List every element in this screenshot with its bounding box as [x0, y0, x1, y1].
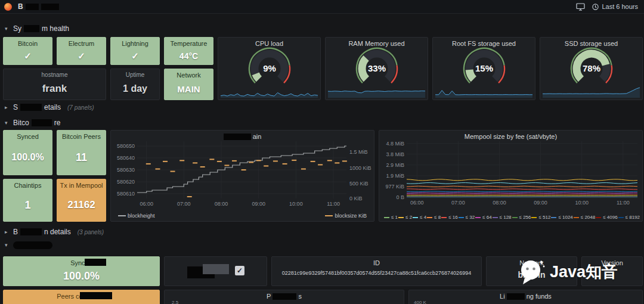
- stat-value: 100.0%: [63, 266, 100, 286]
- legend-item[interactable]: ≤ 1: [384, 215, 398, 221]
- row-lightning[interactable]: ▾: [5, 240, 52, 250]
- panel-lightning-status[interactable]: Lightning ✓: [110, 37, 160, 65]
- dashboard-title[interactable]: B: [18, 2, 59, 11]
- panel-temperature[interactable]: Temperature 44°C: [164, 37, 213, 65]
- panel-uptime[interactable]: Uptime 1 day: [110, 69, 160, 100]
- redaction-box: [203, 264, 229, 274]
- panel-peers-connected[interactable]: Peers connected: [3, 290, 160, 304]
- panel-ram-used[interactable]: RAM Memory used 33%: [325, 37, 428, 100]
- row-details-3[interactable]: ▸ B n details (3 panels): [5, 227, 104, 237]
- row-title: S: [13, 103, 18, 111]
- panel-chaintips[interactable]: Chaintips 1: [3, 179, 52, 222]
- panel-bitcoin-status[interactable]: Bitcoin ✓: [3, 37, 52, 65]
- panel-title[interactable]: SSD storage used: [540, 40, 642, 47]
- row-title: m health: [42, 24, 69, 33]
- legend-item[interactable]: ≤ 128: [493, 215, 512, 221]
- panel-title[interactable]: P s: [165, 293, 404, 300]
- row-details-7[interactable]: ▸ S etails (7 panels): [5, 103, 94, 112]
- panel-title[interactable]: CPU load: [218, 40, 320, 47]
- chart-legend: ≤ 1≤ 2≤ 4≤ 8≤ 16≤ 32≤ 64≤ 128≤ 256≤ 512≤…: [384, 215, 640, 221]
- redaction-box: [41, 4, 59, 10]
- redaction-box: [85, 259, 106, 266]
- legend-item[interactable]: ≤ 2: [398, 215, 412, 221]
- legend-item[interactable]: ≤ 8: [427, 215, 441, 221]
- cpu-gauge: 9%: [218, 45, 320, 88]
- legend-item[interactable]: ≤ 256: [512, 215, 531, 221]
- legend-item[interactable]: ≤ 2048: [574, 215, 595, 221]
- panel-ssd-used[interactable]: SSD storage used 78%: [540, 37, 643, 100]
- svg-text:15%: 15%: [475, 63, 493, 73]
- panel-network[interactable]: Network MAIN: [164, 69, 213, 100]
- legend-item[interactable]: ≤ 8192: [618, 215, 640, 221]
- legend-item[interactable]: blockheight: [118, 213, 155, 219]
- chevron-down-icon: ▾: [5, 26, 10, 32]
- panel-title[interactable]: RAM Memory used: [326, 40, 428, 47]
- panel-cpu-load[interactable]: CPU load 9%: [218, 37, 321, 100]
- legend-item[interactable]: blocksize KiB: [325, 213, 367, 219]
- legend-item[interactable]: ≤ 64: [475, 215, 492, 221]
- stat-label: Network: [177, 72, 200, 79]
- row-system-health[interactable]: ▾ Sy m health: [5, 24, 69, 33]
- panel-synced[interactable]: Synced 100.0%: [3, 130, 52, 175]
- stat-label: Electrum: [69, 40, 94, 47]
- svg-text:9%: 9%: [263, 63, 276, 73]
- svg-text:580610: 580610: [117, 191, 135, 197]
- legend-item[interactable]: ≤ 4: [413, 215, 426, 221]
- row-bitcoin-core[interactable]: ▾ Bitco re: [5, 118, 60, 128]
- panel-tx-in-mempool[interactable]: Tx in Mempool 21162: [57, 179, 106, 222]
- checkbox-icon[interactable]: ✓: [235, 266, 244, 275]
- legend-item[interactable]: ≤ 32: [459, 215, 475, 221]
- redaction-box: [80, 292, 112, 299]
- panel-blockchain-chart[interactable]: ain 58065058064058063058062058061006:000…: [110, 130, 374, 222]
- panel-title[interactable]: Li ng funds: [409, 293, 642, 300]
- y-axis-label: 2.5: [172, 300, 178, 304]
- panel-peers-chart[interactable]: P s 2.5: [164, 290, 404, 304]
- panel-rootfs-used[interactable]: Root FS storage used 15%: [432, 37, 535, 100]
- stat-label: Bitcoin Peers: [62, 133, 101, 140]
- svg-text:33%: 33%: [367, 63, 385, 73]
- cpu-sparkline: [221, 85, 318, 98]
- time-range-label: Last 6 hours: [602, 3, 638, 10]
- legend-item[interactable]: ≤ 4096: [596, 215, 617, 221]
- y-axis-label: 400 K: [414, 300, 426, 304]
- row-title: Sy: [13, 24, 21, 33]
- row-title: n details: [44, 228, 71, 236]
- stat-value: frank: [42, 78, 67, 100]
- panel-redacted[interactable]: ✓: [164, 256, 267, 286]
- row-title: Bitco: [13, 119, 29, 127]
- svg-text:08:00: 08:00: [215, 201, 228, 207]
- svg-text:1000 KiB: 1000 KiB: [349, 165, 371, 171]
- panel-title[interactable]: Root FS storage used: [433, 40, 535, 47]
- svg-text:0 B: 0 B: [396, 194, 404, 200]
- panel-ln-synced[interactable]: Synced 100.0%: [3, 256, 160, 286]
- panel-count: (7 panels): [67, 104, 94, 111]
- check-icon: ✓: [24, 47, 32, 64]
- panel-title-text: ain: [253, 133, 262, 140]
- legend-item[interactable]: ≤ 16: [441, 215, 458, 221]
- legend-item[interactable]: ≤ 512: [531, 215, 550, 221]
- grafana-dashboard: B Last 6 hours ▾ Sy: [0, 0, 644, 304]
- tv-mode-button[interactable]: [576, 3, 585, 11]
- svg-text:10:00: 10:00: [575, 200, 589, 206]
- panel-bitcoin-peers[interactable]: Bitcoin Peers 11: [57, 130, 106, 175]
- legend-item[interactable]: ≤ 1024: [551, 215, 572, 221]
- panel-mempool-chart[interactable]: Mempool size by fee (sat/vbyte) 4.8 MiB3…: [379, 130, 643, 222]
- watermark: Java知音: [518, 258, 618, 286]
- panel-node-id[interactable]: ID 02281c99e9329f57481bf00357d0574d55f23…: [271, 256, 482, 286]
- time-range-picker[interactable]: Last 6 hours: [592, 3, 638, 10]
- svg-text:11:00: 11:00: [617, 200, 630, 206]
- redaction-box: [32, 119, 52, 126]
- svg-text:580630: 580630: [117, 167, 135, 173]
- redaction-box: [20, 228, 42, 235]
- panel-title[interactable]: ain: [111, 133, 374, 140]
- redaction-box: [20, 104, 42, 111]
- row-title: re: [54, 119, 61, 127]
- grafana-logo-icon[interactable]: [4, 3, 12, 11]
- svg-text:0 KiB: 0 KiB: [349, 196, 363, 201]
- panel-title[interactable]: ID: [272, 259, 481, 266]
- svg-text:09:00: 09:00: [534, 200, 547, 206]
- panel-hostname[interactable]: hostname frank: [3, 69, 106, 100]
- panel-title[interactable]: Mempool size by fee (sat/vbyte): [379, 133, 642, 140]
- panel-electrum-status[interactable]: Electrum ✓: [57, 37, 106, 65]
- panel-lightning-funds[interactable]: Li ng funds 400 K: [408, 290, 643, 304]
